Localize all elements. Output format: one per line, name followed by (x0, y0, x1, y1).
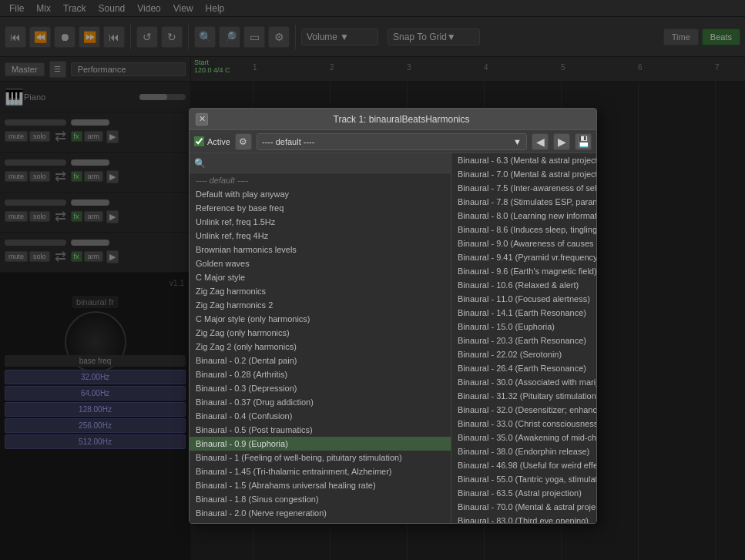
list-item[interactable]: Zig Zag harmonics (190, 284, 451, 298)
list-item[interactable]: Binaural - 0.9 (Euphoria) (190, 437, 451, 451)
modal-toolbar: Active ⚙ ---- default ---- ▼ ◀ ▶ 💾 (190, 130, 596, 153)
right-list-item[interactable]: Binaural - 63.5 (Astral projection) (451, 486, 596, 500)
preset-list[interactable]: ---- default ----Default with play anywa… (190, 173, 451, 523)
right-list-item[interactable]: Binaural - 11.0 (Focused alertness) (451, 292, 596, 306)
list-item[interactable]: Golden waves (190, 257, 451, 270)
preset-chevron-icon: ▼ (513, 137, 522, 146)
list-item[interactable]: C Major style (190, 270, 451, 284)
search-input[interactable] (209, 159, 446, 168)
list-item[interactable]: Zig Zag 2 (only harmonics) (190, 340, 451, 354)
modal-dialog: ✕ Track 1: binauralBeatsHarmonics Active… (189, 108, 597, 524)
modal-right-panel[interactable]: Binaural - 6.3 (Mental & astral projecti… (451, 153, 596, 523)
active-checkbox-input[interactable] (194, 136, 204, 146)
right-list-item[interactable]: Binaural - 83.0 (Third eye opening) (451, 514, 596, 523)
modal-title: Track 1: binauralBeatsHarmonics (213, 114, 590, 125)
list-item[interactable]: C Major style (only harmonics) (190, 312, 451, 326)
search-icon: 🔍 (194, 158, 206, 169)
right-list-item[interactable]: Binaural - 9.41 (Pyramid vr.frequency) (451, 250, 596, 264)
right-list-item[interactable]: Binaural - 70.0 (Mental & astral project… (451, 500, 596, 514)
list-item[interactable]: Binaural - 0.37 (Drug addiction) (190, 395, 451, 409)
list-item[interactable]: Binaural - 0.2 (Dental pain) (190, 354, 451, 367)
right-list-item[interactable]: Binaural - 6.3 (Mental & astral projecti… (451, 153, 596, 167)
modal-settings-btn[interactable]: ⚙ (235, 133, 252, 150)
right-list-item[interactable]: Binaural - 30.0 (Associated with marijua… (451, 375, 596, 389)
right-list-item[interactable]: Binaural - 35.0 (Awakening of mid-chakra… (451, 431, 596, 444)
right-list-item[interactable]: Binaural - 15.0 (Euphoria) (451, 320, 596, 334)
preset-prev-btn[interactable]: ◀ (532, 133, 549, 150)
modal-list-panel: 🔍 ---- default ----Default with play any… (190, 153, 451, 523)
right-list-item[interactable]: Binaural - 7.8 (Stimulates ESP, paranorm… (451, 195, 596, 209)
right-list-item[interactable]: Binaural - 32.0 (Desensitizer; enhanced … (451, 403, 596, 417)
right-list-item[interactable]: Binaural - 10.6 (Relaxed & alert) (451, 278, 596, 292)
right-list-item[interactable]: Binaural - 55.0 (Tantric yoga, stimulate… (451, 472, 596, 486)
active-checkbox[interactable]: Active (194, 136, 230, 146)
modal-close-button[interactable]: ✕ (196, 113, 208, 126)
right-list-item[interactable]: Binaural - 26.4 (Earth Resonance) (451, 361, 596, 375)
right-list-item[interactable]: Binaural - 8.0 (Learning new information… (451, 209, 596, 223)
list-item[interactable]: Binaural - 1.5 (Abrahams universal heali… (190, 478, 451, 492)
list-item[interactable]: Binaural - 0.4 (Confusion) (190, 409, 451, 423)
right-list-item[interactable]: Binaural - 31.32 (Pituitary stimulation … (451, 389, 596, 403)
list-item[interactable]: Zig Zag harmonics 2 (190, 298, 451, 312)
right-list-item[interactable]: Binaural - 7.0 (Mental & astral projecti… (451, 167, 596, 181)
modal-title-bar: ✕ Track 1: binauralBeatsHarmonics (190, 109, 596, 130)
right-list-item[interactable]: Binaural - 9.0 (Awareness of causes of b… (451, 236, 596, 250)
list-item[interactable]: Binaural - 1.45 (Tri-thalamic entrainmen… (190, 464, 451, 478)
list-item[interactable]: Default with play anyway (190, 187, 451, 201)
list-item[interactable]: Binaural - 2.06 (Associated with coccyx) (190, 520, 451, 523)
preset-next-btn[interactable]: ▶ (553, 133, 570, 150)
right-list-item[interactable]: Binaural - 9.6 (Earth's magnetic field) (451, 264, 596, 278)
right-list-item[interactable]: Binaural - 14.1 (Earth Resonance) (451, 306, 596, 320)
right-list-item[interactable]: Binaural - 7.5 (Inter-awareness of self) (451, 181, 596, 195)
right-list-item[interactable]: Binaural - 33.0 (Christ consciousness) (451, 417, 596, 431)
list-item[interactable]: Brownian harmonics levels (190, 243, 451, 257)
right-list-item[interactable]: Binaural - 20.3 (Earth Resonance) (451, 334, 596, 347)
list-item[interactable]: Binaural - 0.5 (Post traumatics) (190, 423, 451, 437)
list-item[interactable]: Unlink ref, freq 4Hz (190, 229, 451, 243)
modal-body: 🔍 ---- default ----Default with play any… (190, 153, 596, 523)
list-item[interactable]: Binaural - 1.8 (Sinus congestion) (190, 492, 451, 506)
right-list-item[interactable]: Binaural - 46.98 (Useful for weird effec… (451, 458, 596, 472)
list-item[interactable]: Reference by base freq (190, 201, 451, 215)
preset-dropdown[interactable]: ---- default ---- ▼ (257, 133, 527, 150)
list-item[interactable]: Binaural - 0.28 (Arthritis) (190, 367, 451, 381)
list-item[interactable]: Binaural - 1 (Feeling of well-being, pit… (190, 451, 451, 464)
list-item[interactable]: Binaural - 0.3 (Depression) (190, 381, 451, 395)
right-list-item[interactable]: Binaural - 8.6 (Induces sleep, tingling … (451, 223, 596, 236)
list-item[interactable]: Zig Zag (only harmonics) (190, 326, 451, 340)
preset-save-btn[interactable]: 💾 (575, 133, 592, 150)
list-item[interactable]: Unlink ref, freq 1.5Hz (190, 215, 451, 229)
right-list-item[interactable]: Binaural - 22.02 (Serotonin) (451, 347, 596, 361)
list-item[interactable]: ---- default ---- (190, 173, 451, 187)
right-list-item[interactable]: Binaural - 38.0 (Endorphin release) (451, 444, 596, 458)
list-item[interactable]: Binaural - 2.0 (Nerve regeneration) (190, 506, 451, 520)
search-row: 🔍 (190, 153, 451, 173)
